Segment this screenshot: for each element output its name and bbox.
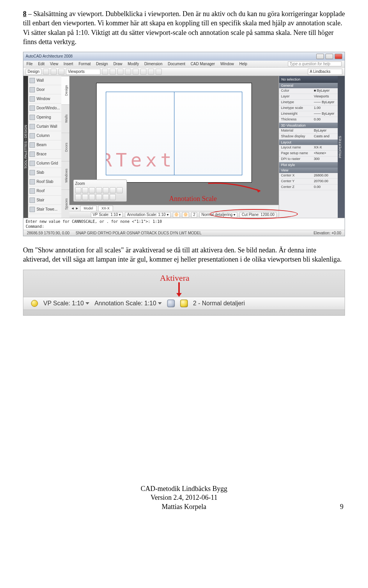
lindbacks-dropdown[interactable]: A Lindbacks	[308, 69, 342, 75]
menu-draw[interactable]: Draw	[113, 61, 122, 67]
properties-row[interactable]: Layout nameXX-X	[279, 145, 338, 151]
annotation-visibility-lamp[interactable]	[167, 300, 175, 307]
palette-item-curtainwall[interactable]: Curtain Wall	[28, 122, 61, 131]
palette-item-columngrid[interactable]: Column Grid	[28, 159, 61, 168]
properties-row[interactable]: Lineweight—— ByLayer	[279, 111, 338, 117]
toolbar-icon[interactable]	[51, 69, 57, 75]
zoom-icon[interactable]	[89, 194, 95, 200]
close-button[interactable]	[335, 54, 342, 59]
menu-document[interactable]: Document	[168, 61, 186, 67]
zoom-icon[interactable]	[110, 194, 116, 200]
properties-row[interactable]: LayerViewports	[279, 94, 338, 100]
zoom-icon[interactable]	[117, 187, 123, 193]
vp-scale-chip[interactable]: VP Scale: 1:10	[43, 299, 89, 308]
properties-group[interactable]: Plot style	[279, 162, 338, 168]
drawing-canvas[interactable]: RText RTe Zoom	[69, 76, 279, 205]
toolbar-icon[interactable]	[102, 69, 108, 75]
zoom-icon[interactable]	[89, 187, 95, 193]
tab-design[interactable]: Design	[26, 69, 41, 75]
palette-item-window[interactable]: Window	[28, 94, 61, 104]
menu-modify[interactable]: Modify	[128, 61, 139, 67]
zoom-icon[interactable]	[82, 194, 88, 200]
viewports-dropdown[interactable]: Viewports	[66, 69, 100, 75]
palette-item-doorwindow[interactable]: Door/Windo...	[28, 104, 61, 113]
help-search-input[interactable]: Type a question for help	[288, 61, 342, 66]
annotation-autoscale-button[interactable]: 🔆	[182, 212, 189, 217]
maximize-button[interactable]	[325, 54, 333, 59]
sun-icon[interactable]	[31, 300, 38, 307]
window-buttons	[316, 54, 342, 59]
palette-item-stairtower[interactable]: Stair Towe...	[28, 205, 61, 214]
palette-item-brace[interactable]: Brace	[28, 150, 61, 159]
detail-level-dropdown[interactable]: Normal detaljering ▾	[199, 212, 237, 217]
palette-item-slab[interactable]: Slab	[28, 168, 61, 177]
properties-row[interactable]: Linetype—— ByLayer	[279, 100, 338, 105]
vp-scale-dropdown[interactable]: VP Scale: 1:10 ▾	[91, 212, 123, 217]
palette-item-roof[interactable]: Roof	[28, 186, 61, 196]
command-line[interactable]: Enter new value for CANNOSCALE, or . for…	[23, 218, 345, 230]
toolbar-icon[interactable]	[110, 69, 116, 75]
palette-item-beam[interactable]: Beam	[28, 140, 61, 150]
zoom-icon[interactable]	[82, 187, 88, 193]
zoom-label: Zoom	[75, 181, 125, 186]
menu-design[interactable]: Design	[96, 61, 108, 67]
viewport[interactable]: RText RTe	[106, 92, 242, 175]
detail-chip[interactable]: 2 - Normal detaljeri	[193, 299, 245, 308]
annotation-autoscale-lamp[interactable]	[180, 300, 188, 307]
properties-row[interactable]: DPI to raster300	[279, 156, 338, 162]
palette-item-wall[interactable]: Wall	[28, 76, 61, 85]
properties-row[interactable]: Center Y20700.00	[279, 179, 338, 184]
toolbar-icon[interactable]	[43, 69, 49, 75]
annotation-visibility-button[interactable]: 🔆	[173, 212, 180, 217]
zoom-icon[interactable]	[96, 187, 102, 193]
palette-item-column[interactable]: Column	[28, 131, 61, 140]
menu-cadmanager[interactable]: CAD Manager	[191, 61, 215, 67]
tab-xxx[interactable]: XX-X	[98, 206, 113, 211]
palette-item-door[interactable]: Door	[28, 85, 61, 94]
menu-edit[interactable]: Edit	[38, 61, 44, 67]
properties-row[interactable]: Thickness0.00	[279, 117, 338, 123]
palette-item-opening[interactable]: Opening	[28, 113, 61, 122]
toolbar-icon[interactable]	[58, 69, 64, 75]
properties-row[interactable]: Page setup name<None>	[279, 151, 338, 156]
menu-insert[interactable]: Insert	[64, 61, 73, 67]
tab-model[interactable]: Model	[80, 206, 97, 211]
status-toggles[interactable]: SNAP GRID ORTHO POLAR OSNAP OTRACK DUCS …	[74, 231, 203, 236]
properties-group[interactable]: General	[279, 83, 338, 88]
properties-row[interactable]: Color■ ByLayer	[279, 88, 338, 94]
properties-row[interactable]: Center Z0.00	[279, 184, 338, 190]
toolbar-icon[interactable]	[140, 69, 146, 75]
palette-item-roofslab[interactable]: Roof Slab	[28, 177, 61, 186]
page-footer: CAD-metodik Lindbäcks Bygg Version 2.4, …	[23, 484, 345, 511]
menu-view[interactable]: View	[50, 61, 58, 67]
toolbar-icon[interactable]	[156, 69, 162, 75]
toolbar-icon[interactable]	[148, 69, 154, 75]
properties-row[interactable]: Linetype scale1.00	[279, 105, 338, 111]
menu-window[interactable]: Window	[220, 61, 234, 67]
menu-file[interactable]: File	[26, 61, 33, 67]
zoom-icon[interactable]	[75, 187, 81, 193]
properties-group[interactable]: Layout	[279, 140, 338, 145]
palette-item-stair[interactable]: Stair	[28, 196, 61, 205]
zoom-icon[interactable]	[103, 187, 109, 193]
footer-line3: Mattias Korpela	[23, 502, 345, 511]
annotation-scale-chip[interactable]: Annotation Scale: 1:10	[95, 299, 162, 308]
menu-format[interactable]: Format	[79, 61, 91, 67]
menu-help[interactable]: Help	[239, 61, 247, 67]
menu-dimension[interactable]: Dimension	[144, 61, 162, 67]
properties-group[interactable]: View	[279, 168, 338, 173]
zoom-icon[interactable]	[103, 194, 109, 200]
toolbar-icon[interactable]	[117, 69, 123, 75]
properties-row[interactable]: Center X26800.00	[279, 173, 338, 179]
annotation-scale-dropdown[interactable]: Annotation Scale: 1:10 ▾	[125, 212, 170, 217]
zoom-icon[interactable]	[96, 194, 102, 200]
properties-row[interactable]: Shadow displayCasts and Recei...	[279, 134, 338, 140]
zoom-icon[interactable]	[75, 194, 81, 200]
toolbar-icon[interactable]	[133, 69, 139, 75]
minimize-button[interactable]	[316, 54, 324, 59]
app-title: AutoCAD Architecture 2008	[26, 54, 72, 59]
properties-row[interactable]: MaterialByLayer	[279, 128, 338, 134]
properties-group[interactable]: 3D Visualization	[279, 123, 338, 128]
zoom-icon[interactable]	[110, 187, 116, 193]
toolbar-icon[interactable]	[125, 69, 131, 75]
